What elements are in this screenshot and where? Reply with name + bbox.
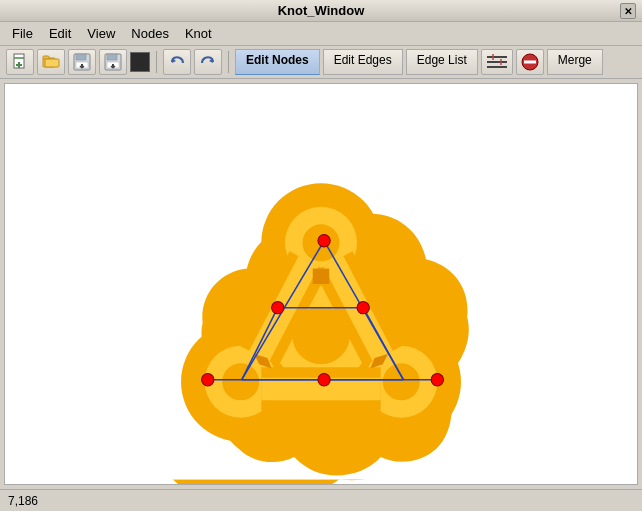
redo-button[interactable]: [194, 49, 222, 75]
status-bar: 7,186: [0, 489, 642, 511]
window-title: Knot_Window: [278, 3, 365, 18]
svg-point-81: [431, 374, 443, 386]
special-button[interactable]: [481, 49, 513, 75]
svg-point-76: [318, 235, 330, 247]
menu-edit[interactable]: Edit: [43, 24, 77, 43]
svg-rect-14: [107, 54, 117, 60]
separator-2: [228, 51, 229, 73]
status-text: 7,186: [8, 494, 38, 508]
svg-point-60: [383, 363, 420, 400]
canvas-area: [4, 83, 638, 485]
svg-rect-8: [76, 54, 86, 60]
svg-point-80: [318, 374, 330, 386]
tab-edge-list[interactable]: Edge List: [406, 49, 478, 75]
svg-point-77: [272, 301, 284, 313]
merge-button[interactable]: Merge: [547, 49, 603, 75]
title-bar: Knot_Window ✕: [0, 0, 642, 22]
toolbar: Edit Nodes Edit Edges Edge List Merge: [0, 46, 642, 79]
save-as-button[interactable]: [99, 49, 127, 75]
save-button[interactable]: [68, 49, 96, 75]
knot-svg: [5, 84, 637, 484]
menu-bar: File Edit View Nodes Knot: [0, 22, 642, 46]
menu-view[interactable]: View: [81, 24, 121, 43]
new-button[interactable]: [6, 49, 34, 75]
close-button[interactable]: ✕: [620, 3, 636, 19]
svg-rect-6: [45, 59, 59, 67]
separator-1: [156, 51, 157, 73]
svg-point-78: [357, 301, 369, 313]
cancel-button[interactable]: [516, 49, 544, 75]
menu-nodes[interactable]: Nodes: [125, 24, 175, 43]
undo-button[interactable]: [163, 49, 191, 75]
tab-edit-nodes[interactable]: Edit Nodes: [235, 49, 320, 75]
color-swatch[interactable]: [130, 52, 150, 72]
menu-knot[interactable]: Knot: [179, 24, 218, 43]
tab-edit-edges[interactable]: Edit Edges: [323, 49, 403, 75]
open-button[interactable]: [37, 49, 65, 75]
svg-point-79: [202, 374, 214, 386]
svg-point-59: [222, 363, 259, 400]
menu-file[interactable]: File: [6, 24, 39, 43]
